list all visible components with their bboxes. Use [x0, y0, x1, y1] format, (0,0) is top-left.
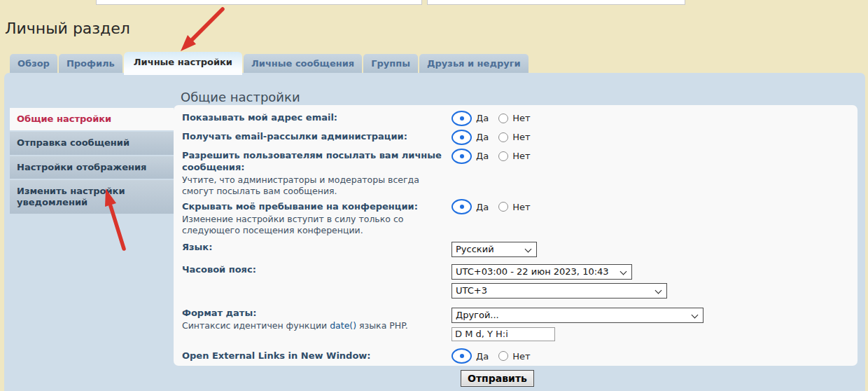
- allow-pm-hint: Учтите, что администраторы и модераторы …: [182, 174, 442, 197]
- settings-form: Показывать мой адрес email: Да Нет Получ…: [174, 105, 858, 366]
- timezone-offset-value: UTC+3: [456, 285, 487, 296]
- date-format-select-value: Другой...: [456, 310, 499, 320]
- hide-online-radio-group: Да Нет: [451, 201, 530, 213]
- annotation-arrow-tab: [181, 9, 223, 51]
- form-row-allow-pm: Разрешить пользователям посылать вам лич…: [182, 150, 849, 197]
- chevron-down-icon: [525, 245, 532, 252]
- submit-button[interactable]: Отправить: [461, 370, 534, 387]
- ucp-tab-bar: Обзор Профиль Личные настройки Личные со…: [10, 54, 530, 73]
- form-row-hide-online: Скрывать моё пребывание на конференции: …: [182, 201, 849, 236]
- radio-option-label[interactable]: Нет: [512, 151, 530, 161]
- radio-option-label[interactable]: Да: [476, 151, 489, 161]
- show-email-label: Показывать мой адрес email:: [182, 112, 442, 124]
- hide-online-hint: Изменение настройки вступит в силу тольк…: [182, 214, 442, 236]
- page-title: Личный раздел: [5, 20, 130, 37]
- tab-groups[interactable]: Группы: [363, 54, 418, 73]
- allow-pm-label: Разрешить пользователям посылать вам лич…: [182, 150, 442, 174]
- sidebar-item-general-settings[interactable]: Общие настройки: [10, 108, 174, 130]
- sidebar-item-notification-settings[interactable]: Изменить настройки уведомлений: [10, 180, 174, 214]
- date-format-hint: Синтаксис идентичен функции date() языка…: [182, 320, 442, 331]
- sidebar-item-display-settings[interactable]: Настройки отображения: [10, 156, 174, 179]
- radio-option-label[interactable]: Нет: [512, 132, 530, 142]
- timezone-select[interactable]: UTC+03:00 - 22 июн 2023, 10:43: [451, 264, 632, 280]
- external-links-radio-group: Да Нет: [451, 350, 530, 362]
- language-select-value: Русский: [456, 244, 494, 254]
- tab-overview[interactable]: Обзор: [10, 54, 57, 73]
- radio-option-label[interactable]: Да: [476, 113, 489, 123]
- radio-option-label[interactable]: Да: [476, 351, 489, 362]
- radio-selected-icon[interactable]: [451, 130, 472, 145]
- tab-profile[interactable]: Профиль: [59, 54, 122, 73]
- form-row-admin-emails: Получать email-рассылки администрации: Д…: [182, 131, 849, 143]
- admin-emails-radio-group: Да Нет: [451, 131, 530, 143]
- submit-row: Отправить: [174, 370, 858, 387]
- radio-unselected-icon[interactable]: [498, 351, 508, 361]
- timezone-offset-select[interactable]: UTC+3: [451, 283, 667, 299]
- radio-option-label[interactable]: Да: [476, 132, 489, 142]
- form-row-show-email: Показывать мой адрес email: Да Нет: [182, 112, 849, 124]
- ucp-sidebar: Общие настройки Отправка сообщений Настр…: [10, 108, 174, 215]
- section-heading: Общие настройки: [181, 90, 300, 104]
- radio-unselected-icon[interactable]: [498, 132, 508, 142]
- chevron-down-icon: [692, 311, 699, 318]
- timezone-select-value: UTC+03:00 - 22 июн 2023, 10:43: [456, 266, 609, 277]
- top-cropped-box-left: [96, 0, 422, 5]
- admin-emails-label: Получать email-рассылки администрации:: [182, 131, 442, 143]
- radio-selected-icon[interactable]: [451, 199, 472, 214]
- tab-personal-settings[interactable]: Личные настройки: [124, 52, 242, 75]
- tab-friends-foes[interactable]: Друзья и недруги: [419, 54, 528, 73]
- language-label: Язык:: [182, 242, 442, 254]
- radio-selected-icon[interactable]: [451, 111, 472, 126]
- hide-online-label: Скрывать моё пребывание на конференции:: [182, 201, 442, 213]
- ucp-panel: Общие настройки Общие настройки Отправка…: [4, 73, 865, 391]
- language-select[interactable]: Русский: [451, 242, 537, 257]
- allow-pm-radio-group: Да Нет: [451, 150, 530, 162]
- show-email-radio-group: Да Нет: [451, 112, 530, 124]
- chevron-down-icon: [620, 268, 627, 275]
- form-row-external-links: Open External Links in New Window: Да Не…: [182, 350, 849, 362]
- radio-option-label[interactable]: Нет: [512, 351, 530, 362]
- radio-selected-icon[interactable]: [451, 149, 472, 164]
- radio-unselected-icon[interactable]: [498, 202, 508, 212]
- radio-option-label[interactable]: Нет: [512, 113, 530, 123]
- date-format-input[interactable]: [451, 327, 555, 341]
- radio-unselected-icon[interactable]: [498, 151, 508, 161]
- radio-unselected-icon[interactable]: [498, 114, 508, 123]
- sidebar-item-message-sending[interactable]: Отправка сообщений: [10, 132, 174, 154]
- date-format-label: Формат даты:: [182, 308, 442, 320]
- radio-option-label[interactable]: Нет: [512, 202, 530, 212]
- form-row-language: Язык: Русский: [182, 242, 849, 257]
- radio-selected-icon[interactable]: [451, 348, 472, 364]
- radio-option-label[interactable]: Да: [476, 202, 489, 212]
- timezone-label: Часовой пояс:: [182, 264, 442, 276]
- tab-private-messages[interactable]: Личные сообщения: [244, 54, 362, 73]
- date-format-select[interactable]: Другой...: [451, 308, 704, 323]
- form-row-date-format: Формат даты: Синтаксис идентичен функции…: [182, 308, 849, 341]
- chevron-down-icon: [655, 287, 662, 294]
- form-row-timezone: Часовой пояс: UTC+03:00 - 22 июн 2023, 1…: [182, 264, 849, 299]
- php-date-link[interactable]: date(): [330, 320, 356, 331]
- top-cropped-box-right: [427, 0, 685, 5]
- external-links-label: Open External Links in New Window:: [182, 350, 442, 362]
